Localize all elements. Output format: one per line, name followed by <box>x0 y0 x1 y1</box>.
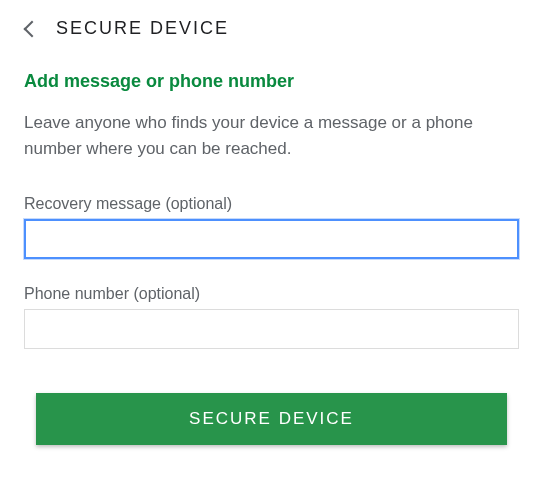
section-description: Leave anyone who finds your device a mes… <box>24 110 519 161</box>
phone-number-input[interactable] <box>24 309 519 349</box>
phone-number-label: Phone number (optional) <box>24 285 519 303</box>
back-icon[interactable] <box>24 20 41 37</box>
page-title: SECURE DEVICE <box>56 18 229 39</box>
recovery-message-label: Recovery message (optional) <box>24 195 519 213</box>
header: SECURE DEVICE <box>24 18 519 39</box>
recovery-message-input[interactable] <box>24 219 519 259</box>
secure-device-button[interactable]: SECURE DEVICE <box>36 393 507 445</box>
section-subtitle: Add message or phone number <box>24 71 519 92</box>
